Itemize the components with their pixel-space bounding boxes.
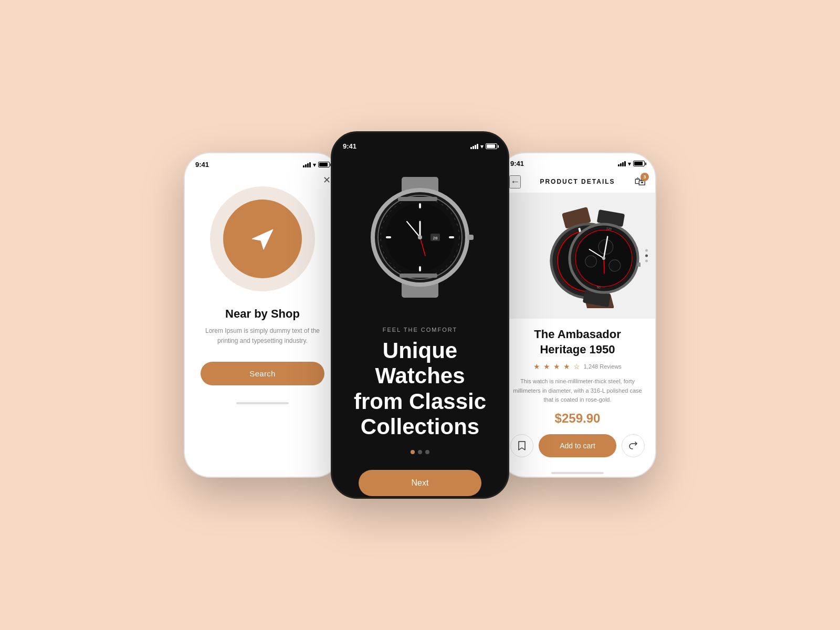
watch-image: 28 (349, 166, 491, 308)
reviews-count: 1,248 Reviews (584, 363, 622, 370)
right-phone: 9:41 ▾ ← PRODUCT DETAILS 🛍 3 (499, 152, 656, 478)
right-time: 9:41 (510, 160, 524, 167)
product-dots (645, 249, 648, 262)
product-description: This watch is nine-millimeter-thick stee… (510, 377, 645, 405)
dot-2 (418, 450, 422, 454)
svg-rect-18 (400, 274, 437, 278)
notch (388, 133, 452, 148)
nearby-title: Near by Shop (225, 307, 300, 321)
cart-icon-wrap[interactable]: 🛍 3 (634, 175, 646, 188)
add-to-cart-button[interactable]: Add to cart (539, 434, 616, 457)
share-icon (629, 442, 637, 450)
dot-1 (411, 450, 415, 454)
product-name: The Ambasador Heritage 1950 (510, 327, 645, 357)
center-phone: 9:41 ▾ (331, 131, 509, 499)
product-price: $259.90 (510, 411, 645, 426)
cart-badge: 3 (640, 173, 649, 181)
dot-indicators (348, 450, 492, 454)
svg-point-15 (418, 235, 422, 239)
product-image-area: 120 60 (500, 193, 655, 319)
location-icon-wrap (210, 186, 315, 291)
svg-rect-7 (419, 266, 421, 271)
right-status-bar: 9:41 ▾ (500, 153, 655, 171)
star-rating: ★ ★ ★ ★ ☆ (533, 362, 581, 371)
phones-container: 9:41 ▾ ✕ (152, 110, 688, 520)
search-button[interactable]: Search (201, 362, 324, 385)
center-signal-icon (470, 144, 478, 149)
center-status-icons: ▾ (470, 143, 497, 150)
right-wifi-icon: ▾ (628, 160, 631, 167)
rating-row: ★ ★ ★ ★ ☆ 1,248 Reviews (510, 362, 645, 371)
product-dot-1 (645, 249, 648, 252)
dot-3 (425, 450, 429, 454)
center-wifi-icon: ▾ (480, 143, 484, 150)
right-home-indicator (551, 472, 604, 474)
send-icon (248, 224, 277, 254)
center-text-area: FEEL THE COMFORT Unique Watches from Cla… (332, 321, 508, 499)
product-dot-2 (645, 255, 648, 257)
signal-icon (303, 162, 311, 167)
bookmark-icon (518, 441, 526, 450)
svg-rect-6 (419, 203, 421, 208)
feel-comfort-label: FEEL THE COMFORT (348, 327, 492, 333)
left-content: Near by Shop Lorem Ipsum is simply dummy… (185, 171, 340, 396)
nearby-description: Lorem Ipsum is simply dummy text of the … (201, 326, 324, 346)
home-indicator (236, 402, 289, 404)
right-battery-icon (633, 161, 645, 166)
location-icon-inner (223, 200, 302, 278)
bookmark-button[interactable] (510, 434, 533, 457)
next-button[interactable]: Next (359, 470, 481, 496)
left-time: 9:41 (195, 161, 209, 169)
hero-title: Unique Watches from Classic Collections (348, 338, 492, 439)
right-signal-icon (618, 161, 626, 166)
wifi-icon: ▾ (313, 161, 316, 169)
left-status-icons: ▾ (303, 161, 330, 169)
share-button[interactable] (622, 434, 645, 457)
svg-rect-17 (398, 197, 437, 201)
center-battery-icon (486, 143, 497, 149)
product-details-title: PRODUCT DETAILS (540, 178, 615, 185)
product-header: ← PRODUCT DETAILS 🛍 3 (500, 171, 655, 193)
left-phone: 9:41 ▾ ✕ (184, 152, 341, 478)
left-status-bar: 9:41 ▾ (185, 153, 340, 171)
product-info: The Ambasador Heritage 1950 ★ ★ ★ ★ ☆ 1,… (500, 319, 655, 466)
product-watch-image: 120 60 (514, 203, 640, 308)
svg-rect-16 (467, 235, 474, 240)
right-status-icons: ▾ (618, 160, 645, 167)
svg-rect-9 (449, 236, 454, 238)
back-button[interactable]: ← (509, 175, 521, 188)
center-time: 9:41 (343, 142, 356, 150)
battery-icon (318, 162, 330, 167)
center-watch-area: 28 (332, 153, 508, 321)
product-actions: Add to cart (510, 434, 645, 457)
svg-text:28: 28 (433, 236, 438, 240)
close-button[interactable]: ✕ (323, 174, 331, 186)
svg-rect-8 (386, 236, 391, 238)
product-dot-3 (645, 260, 648, 262)
